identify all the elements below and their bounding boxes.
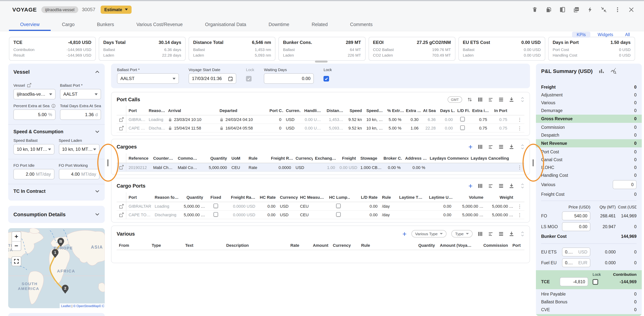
row-height-icon[interactable] (498, 144, 504, 150)
column-header[interactable]: L/D Rate (350, 195, 380, 199)
column-header[interactable]: Freight Ra… (226, 195, 258, 199)
ballast-port-select-main[interactable]: AALST (117, 73, 179, 84)
columns-icon[interactable] (478, 97, 483, 102)
column-header[interactable]: HC Measu… (298, 195, 327, 199)
add-row-icon[interactable]: + (402, 230, 406, 237)
delete-icon[interactable] (532, 6, 538, 12)
open-record-icon[interactable] (117, 124, 126, 132)
map-attribution-carto[interactable]: © CARTO (99, 304, 105, 308)
fullscreen-button[interactable] (12, 256, 21, 266)
quick-actions-icon[interactable] (587, 6, 593, 12)
add-row-icon[interactable]: + (468, 143, 472, 150)
column-header[interactable]: Commission (474, 243, 510, 247)
vessel-select[interactable]: ijilraod9a-ve… (14, 89, 56, 99)
open-record-icon[interactable] (117, 115, 126, 124)
column-header[interactable]: Fixed (205, 195, 226, 199)
columns-icon[interactable] (478, 183, 483, 189)
view-link-kpis[interactable]: KPIs (572, 32, 590, 38)
row-menu-icon[interactable]: ⋮ (516, 115, 524, 124)
map-attribution-leaflet[interactable]: Leaflet (61, 304, 70, 308)
column-header[interactable]: Extra i… (470, 108, 489, 113)
column-header[interactable]: L/D Fi… (455, 108, 470, 113)
view-link-widgets[interactable]: Widgets (593, 32, 618, 38)
column-header[interactable]: Distan… (323, 108, 346, 113)
compare-icon[interactable] (560, 6, 565, 12)
download-icon[interactable] (509, 97, 514, 102)
column-header[interactable]: Text (183, 243, 224, 247)
column-header[interactable]: HC Lump… (327, 195, 350, 199)
column-header[interactable]: Port (126, 108, 146, 113)
column-header[interactable]: Reason fo… (152, 195, 182, 199)
column-header[interactable]: Days L… (438, 108, 455, 113)
tab-comments[interactable]: Comments (339, 18, 384, 31)
row-height-icon[interactable] (498, 231, 504, 237)
columns-icon[interactable] (478, 144, 483, 150)
column-header[interactable]: Rule (359, 243, 407, 247)
checkbox-unchecked[interactable] (336, 212, 341, 217)
tab-overview[interactable]: Overview (9, 18, 51, 31)
consumption-details-panel[interactable]: Consumption Details (8, 206, 105, 223)
chevron-down-icon[interactable] (95, 130, 100, 134)
collapse-section-icon[interactable] (521, 144, 524, 150)
row-menu-icon[interactable]: ⋮ (516, 211, 524, 219)
tce-lock-checkbox[interactable] (592, 279, 598, 285)
zoom-out-button[interactable]: − (12, 241, 21, 251)
column-header[interactable]: From (117, 243, 150, 247)
more-icon[interactable] (614, 6, 620, 12)
tab-bunkers[interactable]: Bunkers (86, 18, 125, 31)
column-header[interactable]: Handli… (301, 108, 323, 113)
table-row[interactable]: CAPE …Discha…15/04/24 11:5816/04/24 05:5… (117, 124, 524, 133)
analytics-search-icon[interactable] (610, 68, 616, 74)
gmt-toggle[interactable]: GMT (448, 96, 462, 103)
row-menu-icon[interactable]: ⋮ (516, 124, 524, 132)
column-header[interactable]: Laydays Commence (428, 156, 468, 160)
column-header[interactable]: Freight R… (269, 156, 293, 160)
table-row[interactable]: GIBRALTARLoading5,000.00 …0.0000 USD0.00… (117, 202, 524, 211)
filter-icon[interactable] (488, 97, 494, 102)
column-header[interactable]: Laytime T… (397, 195, 427, 199)
column-header[interactable]: % Extr… (385, 108, 404, 113)
column-header[interactable]: Currency (293, 156, 313, 160)
duplicate-icon[interactable] (546, 6, 552, 12)
chevron-down-icon[interactable] (95, 189, 100, 193)
column-header[interactable]: At Sea (421, 108, 438, 113)
checkbox-unchecked[interactable] (460, 126, 465, 130)
column-header[interactable]: UoM (229, 156, 246, 160)
column-header[interactable]: Departed (217, 108, 267, 113)
column-header[interactable]: Quantity (407, 243, 437, 247)
download-icon[interactable] (509, 231, 514, 237)
table-row[interactable]: CAPE TO…Discharging5,000.00 …0.0000 USD0… (117, 211, 524, 219)
column-header[interactable]: In Port (489, 108, 510, 113)
percent-extra-input[interactable]: 5.00 % (14, 109, 56, 120)
tab-related[interactable]: Related (300, 18, 339, 31)
ballast-port-select[interactable]: AALST (60, 89, 101, 99)
view-link-all[interactable]: All (620, 32, 634, 38)
fo-port-working-input[interactable]: 4.00 MT/day (59, 169, 100, 179)
column-header[interactable]: Weight (486, 195, 516, 199)
fo-port-idle-input[interactable]: 2.00 MT/day (14, 169, 54, 179)
close-icon[interactable] (628, 6, 634, 12)
column-header[interactable]: Speed (346, 108, 364, 113)
column-header[interactable]: Amount (302, 243, 330, 247)
column-header[interactable]: Address … (403, 156, 428, 160)
column-header[interactable]: Quantity (182, 195, 205, 199)
collapse-icon[interactable] (601, 6, 607, 12)
column-header[interactable]: Port (510, 243, 525, 247)
open-in-new-icon[interactable] (27, 83, 31, 87)
fuel-eu-input[interactable]: 0.…EUR (562, 258, 590, 267)
tab-cargo[interactable]: Cargo (51, 18, 86, 31)
column-header[interactable]: Reference (126, 156, 151, 160)
column-header[interactable]: Counter… (151, 156, 176, 160)
speed-laden-select[interactable]: 10 kn, 10 MT… (59, 144, 100, 155)
filter-pill-various-type[interactable]: Various Type (412, 230, 447, 237)
checkbox-unchecked[interactable] (214, 204, 218, 208)
total-days-extra-input[interactable]: 1.36 d (60, 109, 101, 120)
checkbox-unchecked[interactable] (214, 212, 218, 217)
column-header[interactable]: Amount (Voya… (437, 243, 474, 247)
column-header[interactable]: Arrival (166, 108, 217, 113)
row-height-icon[interactable] (498, 97, 504, 102)
download-icon[interactable] (509, 183, 514, 189)
column-header[interactable]: Description (224, 243, 272, 247)
table-row[interactable]: 20190212Mabl Ch…Mabl Co…5,000.000CEURate… (117, 163, 524, 171)
column-header[interactable]: Curren… (284, 108, 301, 113)
